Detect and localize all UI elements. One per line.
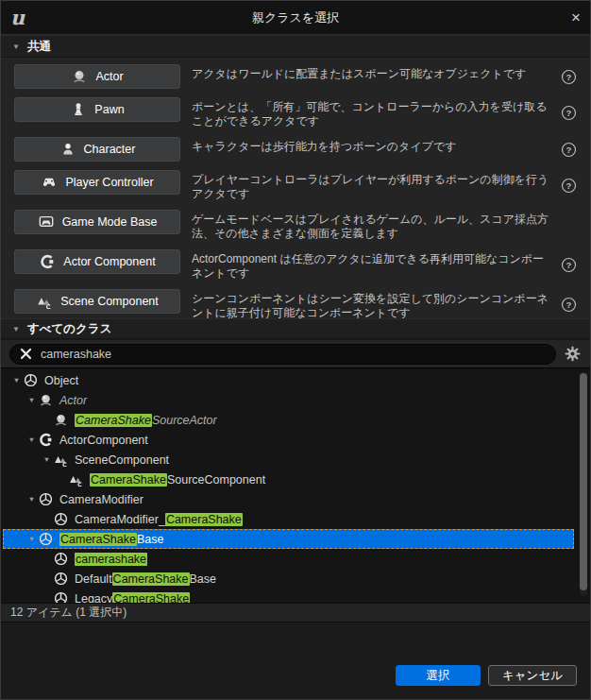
class-name-segment: CameraModifier_ <box>75 513 165 526</box>
tree-row-defaultcamerashakebase[interactable]: DefaultCameraShakeBase <box>3 569 574 589</box>
class-name-segment: CameraShake <box>165 513 243 526</box>
scene-component-icon <box>36 294 53 309</box>
gamemode-icon <box>38 214 55 230</box>
help-column: ? <box>552 170 584 201</box>
search-input[interactable] <box>41 348 546 361</box>
search-row <box>1 339 590 367</box>
class-button-game-mode-base[interactable]: Game Mode Base <box>14 210 180 234</box>
class-name-segment: CameraShake <box>75 414 152 427</box>
common-class-row-player-controller: Player Controllerプレイヤーコントローラはプレイヤーが利用するポ… <box>14 170 584 201</box>
class-name-segment: Base <box>190 572 217 586</box>
object-icon <box>54 591 70 604</box>
object-icon <box>54 552 70 567</box>
tree-row-camerashakesourcecomponent[interactable]: CameraShakeSourceComponent <box>3 470 574 489</box>
class-button-label: Pawn <box>94 103 124 116</box>
tree-row-camerashake[interactable]: camerashake <box>3 549 574 569</box>
class-name-segment: CameraShake <box>112 572 190 586</box>
class-name-segment: Legacy <box>75 592 112 604</box>
class-description: ActorComponent は任意のアクタに追加できる再利用可能なコンポーネン… <box>192 249 552 281</box>
chevron-down-icon[interactable]: ▼ <box>9 376 24 384</box>
class-description: プレイヤーコントローラはプレイヤーが利用するポーンの制御を行うアクタです <box>192 170 552 201</box>
tree-row-cameramodifier-camerashake[interactable]: CameraModifier_CameraShake <box>3 509 574 529</box>
chevron-down-icon[interactable]: ▼ <box>40 455 54 464</box>
class-name-segment: Base <box>137 533 164 546</box>
chevron-down-icon[interactable]: ▼ <box>25 396 39 404</box>
actor-icon <box>71 69 88 84</box>
class-name-segment: Default <box>75 572 112 586</box>
tree-row-legacycamerashake[interactable]: LegacyCameraShake <box>3 589 574 603</box>
svg-text:?: ? <box>566 108 571 118</box>
common-class-row-character: Characterキャラクターは歩行能力を持つポーンのタイプです? <box>14 137 584 162</box>
class-button-character[interactable]: Character <box>14 137 180 162</box>
section-header-common[interactable]: ▼ 共通 <box>1 35 590 58</box>
tree-row-label: ActorComponent <box>59 434 148 447</box>
tree-row-label: LegacyCameraShake <box>75 592 190 604</box>
search-box[interactable] <box>9 344 556 365</box>
item-count-text: 12 アイテム (1 選択中) <box>10 605 127 621</box>
class-name-segment: Object <box>44 374 78 387</box>
tree-row-label: CameraShakeBase <box>59 533 163 546</box>
tree-row-actorcomponent[interactable]: ▼ActorComponent <box>3 430 574 450</box>
tree-row-label: CameraShakeSourceComponent <box>90 473 265 487</box>
svg-text:?: ? <box>566 299 571 310</box>
help-icon[interactable]: ? <box>561 69 577 85</box>
chevron-down-icon[interactable]: ▼ <box>25 495 39 504</box>
help-icon[interactable]: ? <box>561 257 577 273</box>
chevron-down-icon[interactable]: ▼ <box>25 535 39 543</box>
actor-component-icon <box>39 254 56 269</box>
status-bar: 12 アイテム (1 選択中) <box>1 603 590 623</box>
scrollbar-track[interactable] <box>580 372 587 596</box>
tree-row-label: CameraModifier_CameraShake <box>75 513 243 526</box>
class-description: キャラクターは歩行能力を持つポーンのタイプです <box>192 137 552 162</box>
scrollbar-thumb[interactable] <box>580 373 587 590</box>
class-button-player-controller[interactable]: Player Controller <box>14 170 180 195</box>
help-icon[interactable]: ? <box>561 178 577 194</box>
class-button-actor-component[interactable]: Actor Component <box>14 249 180 274</box>
class-button-label: Player Controller <box>65 176 153 189</box>
class-description: ゲームモードベースはプレイされるゲームの、ルール、スコア採点方法、その他さまざま… <box>192 210 552 241</box>
tree-row-object[interactable]: ▼Object <box>3 370 574 390</box>
pawn-icon <box>70 102 87 117</box>
section-header-all-classes[interactable]: ▼ すべてのクラス <box>1 318 590 339</box>
tree-row-label: DefaultCameraShakeBase <box>75 572 216 586</box>
gear-icon[interactable] <box>563 345 582 364</box>
chevron-down-icon[interactable]: ▼ <box>25 435 39 444</box>
character-icon <box>59 142 76 157</box>
tree-row-scenecomponent[interactable]: ▼SceneComponent <box>3 450 574 470</box>
tree-row-actor[interactable]: ▼Actor <box>3 390 574 410</box>
title-bar: u 親クラスを選択 × <box>1 1 590 35</box>
help-icon[interactable]: ? <box>561 105 577 121</box>
pick-parent-class-dialog: u 親クラスを選択 × ▼ 共通 Actorアクタはワールドに配置またはスポーン… <box>0 0 591 700</box>
common-classes-list: Actorアクタはワールドに配置またはスポーン可能なオブジェクトです?Pawnポ… <box>1 58 590 318</box>
class-name-segment: SourceActor <box>152 414 217 427</box>
object-icon <box>54 572 70 587</box>
common-class-row-pawn: Pawnポーンとは、「所有」可能で、コントローラーからの入力を受け取ることができ… <box>14 97 584 128</box>
clear-search-icon[interactable] <box>20 348 32 360</box>
scene-component-icon <box>54 452 70 468</box>
help-icon[interactable]: ? <box>561 142 577 158</box>
cancel-button[interactable]: キャンセル <box>488 665 577 686</box>
svg-text:?: ? <box>566 260 571 270</box>
class-button-pawn[interactable]: Pawn <box>14 97 180 122</box>
footer: 選択 キャンセル <box>1 623 590 699</box>
class-name-segment: SourceComponent <box>167 473 265 487</box>
class-button-label: Scene Component <box>60 295 159 308</box>
class-button-actor[interactable]: Actor <box>14 64 180 89</box>
svg-text:?: ? <box>566 145 571 155</box>
class-description: シーンコンポーネントはシーン変換を設定して別のシーンコンポーネントに親子付け可能… <box>192 289 552 318</box>
tree-row-camerashakesourceactor[interactable]: CameraShakeSourceActor <box>3 410 574 430</box>
select-button[interactable]: 選択 <box>396 665 481 686</box>
class-button-scene-component[interactable]: Scene Component <box>14 289 180 314</box>
class-name-segment: SceneComponent <box>75 453 169 467</box>
tree-row-camerashakebase[interactable]: ▼CameraShakeBase <box>3 529 574 549</box>
object-icon <box>39 492 55 507</box>
help-icon[interactable]: ? <box>561 297 577 313</box>
actor-icon <box>54 413 70 428</box>
tree-row-cameramodifier[interactable]: ▼CameraModifier <box>3 489 574 509</box>
class-description: ポーンとは、「所有」可能で、コントローラーからの入力を受け取ることができるアクタ… <box>192 97 552 128</box>
help-column: ? <box>552 97 584 128</box>
class-name-segment: CameraModifier <box>59 493 144 506</box>
close-icon[interactable]: × <box>556 9 581 26</box>
help-column: ? <box>552 137 584 162</box>
class-name-segment: camerashake <box>75 553 147 566</box>
